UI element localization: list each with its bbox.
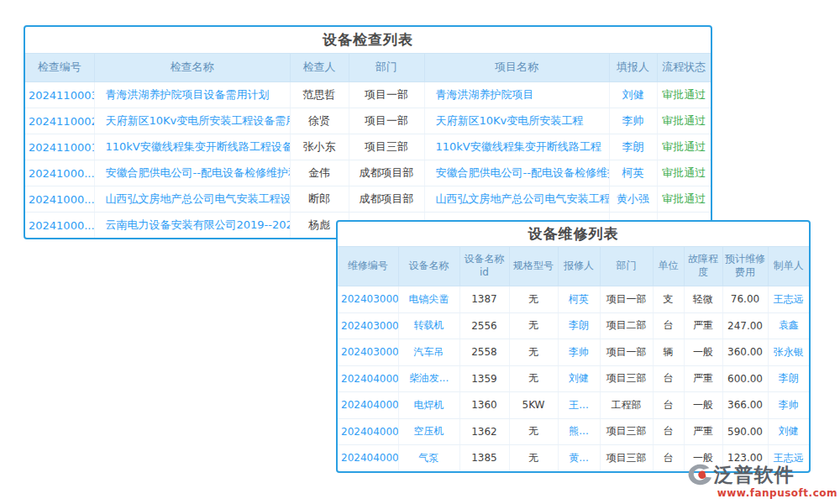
cell-link[interactable]: 天府新区10Kv变电所安装工程设备需用计划: [94, 108, 290, 134]
cell-link[interactable]: 柴油发...: [398, 365, 459, 392]
inspection-header-row: 检查编号检查名称检查人部门项目名称填报人流程状态: [25, 54, 711, 82]
cell-link[interactable]: 黄...: [558, 445, 600, 471]
cell-link[interactable]: 2024110003: [25, 82, 94, 108]
cell-link[interactable]: 王...: [558, 392, 600, 419]
column-header: 报修人: [558, 247, 600, 286]
cell: 断郎: [290, 186, 349, 213]
cell: 成都项目部: [349, 186, 424, 213]
table-row: 2024110003青海洪湖养护院项目设备需用计划范思哲项目一部青海洪湖养护院项…: [25, 82, 711, 108]
cell: 1359: [459, 365, 509, 392]
cell-link[interactable]: 李朗: [768, 365, 809, 392]
cell-link[interactable]: 刘健: [768, 418, 809, 445]
fanpu-logo-url: www.fanpusoft.com: [717, 487, 837, 499]
cell: 项目一部: [600, 339, 653, 366]
repair-table-body: 2024030001电镐尖凿1387无柯英项目一部支轻微76.00王志远2024…: [338, 286, 809, 471]
fanpu-logo-text: 泛普软件: [714, 465, 795, 485]
cell-link[interactable]: 张永银: [768, 339, 809, 366]
cell: 台: [653, 365, 684, 392]
cell-link[interactable]: 20241000...: [25, 213, 94, 239]
cell: 支: [653, 286, 684, 313]
cell-link[interactable]: 李朗: [609, 134, 657, 160]
cell-link[interactable]: 李朗: [558, 312, 600, 339]
cell-link[interactable]: 柯英: [609, 160, 657, 186]
cell-link[interactable]: 李帅: [558, 339, 600, 366]
cell: 台: [653, 312, 684, 339]
cell-link[interactable]: 柯英: [558, 286, 600, 313]
cell-link[interactable]: 电镐尖凿: [398, 286, 459, 313]
cell-link[interactable]: 山西弘文房地产总公司电气安装工程设备...: [94, 186, 290, 213]
cell-link[interactable]: 李帅: [609, 108, 657, 134]
cell-link[interactable]: 2024040004: [338, 445, 398, 471]
cell-link[interactable]: 气泵: [398, 445, 459, 471]
cell: 5KW: [509, 392, 558, 419]
repair-table: 维修编号设备名称设备名称id规格型号报修人部门单位故障程度预计维修费用制单人 2…: [338, 246, 809, 471]
cell: 项目一部: [349, 108, 424, 134]
cell-status: 审批通过: [657, 82, 711, 108]
cell: 项目一部: [349, 82, 424, 108]
cell-link[interactable]: 刘健: [609, 82, 657, 108]
cell-link[interactable]: 2024110001: [25, 134, 94, 160]
column-header: 设备名称id: [459, 247, 509, 286]
cell-link[interactable]: 110kV安徽线程集变开断线路工程: [424, 134, 609, 160]
cell: 严重: [684, 418, 722, 445]
cell: 成都项目部: [349, 160, 424, 186]
cell-link[interactable]: 20241000...: [25, 160, 94, 186]
cell: 2558: [459, 339, 509, 366]
cell-link[interactable]: 转载机: [398, 312, 459, 339]
cell-link[interactable]: 安徽合肥供电公司--配电设备检修维护...: [424, 160, 609, 186]
cell: 范思哲: [290, 82, 349, 108]
cell-link[interactable]: 李帅: [768, 392, 809, 419]
cell: 项目三部: [600, 418, 653, 445]
cell: 76.00: [722, 286, 768, 313]
column-header: 故障程度: [684, 247, 722, 286]
cell-link[interactable]: 2024110002: [25, 108, 94, 134]
cell-link[interactable]: 青海洪湖养护院项目: [424, 82, 609, 108]
column-header: 检查人: [290, 54, 349, 82]
inspection-list-title: 设备检查列表: [25, 27, 711, 53]
cell-link[interactable]: 2024040003: [338, 418, 398, 445]
cell-status: 审批通过: [657, 108, 711, 134]
repair-list-panel: 设备维修列表 维修编号设备名称设备名称id规格型号报修人部门单位故障程度预计维修…: [336, 220, 811, 473]
cell-link[interactable]: 2024030002: [338, 312, 398, 339]
column-header: 制单人: [768, 247, 809, 286]
column-header: 预计维修费用: [722, 247, 768, 286]
cell-link[interactable]: 山西弘文房地产总公司电气安装工程: [424, 186, 609, 213]
cell: 辆: [653, 339, 684, 366]
cell-link[interactable]: 安徽合肥供电公司--配电设备检修维护和...: [94, 160, 290, 186]
cell-link[interactable]: 2024040001: [338, 365, 398, 392]
cell: 1362: [459, 418, 509, 445]
cell-link[interactable]: 2024040002: [338, 392, 398, 419]
cell-link[interactable]: 天府新区10Kv变电所安装工程: [424, 108, 609, 134]
cell-link[interactable]: 熊...: [558, 418, 600, 445]
column-header: 部门: [600, 247, 653, 286]
cell: 台: [653, 392, 684, 419]
cell: 无: [509, 365, 558, 392]
cell-link[interactable]: 110kV安徽线程集变开断线路工程设备需...: [94, 134, 290, 160]
fanpu-logo: 泛普软件 www.fanpusoft.com: [687, 463, 837, 499]
cell: 1360: [459, 392, 509, 419]
cell-link[interactable]: 汽车吊: [398, 339, 459, 366]
cell-link[interactable]: 电焊机: [398, 392, 459, 419]
cell-link[interactable]: 云南电力设备安装有限公司2019--2020年...: [94, 213, 290, 239]
cell: 无: [509, 418, 558, 445]
column-header: 填报人: [609, 54, 657, 82]
column-header: 检查名称: [94, 54, 290, 82]
table-row: 2024040003空压机1362无熊...项目三部台严重590.00刘健: [338, 418, 809, 445]
cell-link[interactable]: 空压机: [398, 418, 459, 445]
cell-link[interactable]: 20241000...: [25, 186, 94, 213]
cell: 无: [509, 339, 558, 366]
cell: 项目三部: [600, 445, 653, 471]
cell-link[interactable]: 刘健: [558, 365, 600, 392]
column-header: 单位: [653, 247, 684, 286]
table-row: 20241000...山西弘文房地产总公司电气安装工程设备...断郎成都项目部山…: [25, 186, 711, 213]
cell-link[interactable]: 王志远: [768, 286, 809, 313]
cell-link[interactable]: 2024030003: [338, 339, 398, 366]
cell: 360.00: [722, 339, 768, 366]
cell: 无: [509, 312, 558, 339]
cell-link[interactable]: 青海洪湖养护院项目设备需用计划: [94, 82, 290, 108]
cell-link[interactable]: 袁鑫: [768, 312, 809, 339]
cell-link[interactable]: 2024030001: [338, 286, 398, 313]
cell-link[interactable]: 黄小强: [609, 186, 657, 213]
cell: 项目二部: [600, 312, 653, 339]
cell: 台: [653, 418, 684, 445]
